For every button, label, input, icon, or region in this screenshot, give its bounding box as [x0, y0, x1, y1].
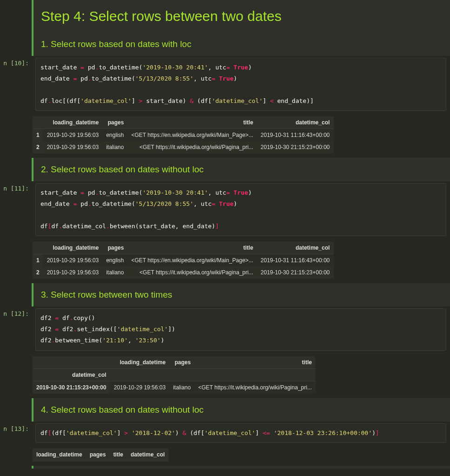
markdown-cell-step-heading: Step 4: Select rows between two dates [0, 0, 450, 33]
input-prompt-12: n [12]: [0, 306, 32, 352]
markdown-cell-next [0, 466, 450, 469]
prompt-blank [0, 33, 32, 56]
markdown-cell-s2: 2. Select rows based on dates without lo… [0, 158, 450, 181]
table-row: 1 2019-10-29 19:56:03 english <GET https… [33, 129, 334, 142]
dataframe-output-12: loading_datetime pages title datetime_co… [33, 356, 316, 394]
dataframe-output-11: loading_datetime pages title datetime_co… [33, 242, 334, 279]
code-cell-13: n [13]: df[(df['datetime_col'] > '2018-1… [0, 422, 450, 445]
section-title-3: 3. Select rows between two times [41, 290, 443, 300]
markdown-cell-s3: 3. Select rows between two times [0, 283, 450, 306]
code-cell-11: n [11]: start_date = pd.to_datetime('201… [0, 181, 450, 238]
input-prompt-13: n [13]: [0, 422, 32, 445]
code-input-10[interactable]: start_date = pd.to_datetime('2019-10-30 … [35, 58, 446, 111]
markdown-cell-s1: 1. Select rows based on dates with loc [0, 33, 450, 56]
code-cell-10: n [10]: start_date = pd.to_datetime('201… [0, 56, 450, 113]
input-prompt-11: n [11]: [0, 181, 32, 238]
prompt-blank [0, 466, 32, 469]
code-cell-12: n [12]: df2 = df.copy() df2 = df2.set_in… [0, 306, 450, 352]
code-input-12[interactable]: df2 = df.copy() df2 = df2.set_index(['da… [35, 308, 446, 350]
output-cell-11: loading_datetime pages title datetime_co… [0, 238, 450, 283]
prompt-blank [0, 158, 32, 181]
table-header-row: loading_datetime pages title datetime_co… [33, 242, 334, 254]
prompt-blank [0, 283, 32, 306]
markdown-content: 1. Select rows based on dates with loc [32, 33, 450, 56]
table-header-row: loading_datetime pages title datetime_co… [33, 116, 334, 129]
code-input-13[interactable]: df[(df['datetime_col'] > '2018-12-02') &… [35, 423, 446, 443]
output-prompt-12 [0, 353, 32, 398]
prompt-blank [0, 398, 32, 422]
markdown-content: 2. Select rows based on dates without lo… [32, 158, 450, 181]
table-row: 2 2019-10-29 19:56:03 italiano <GET http… [33, 266, 334, 279]
output-cell-12: loading_datetime pages title datetime_co… [0, 353, 450, 398]
prompt-blank [0, 0, 32, 33]
section-title-2: 2. Select rows based on dates without lo… [41, 164, 443, 175]
table-header-row: datetime_col [33, 368, 316, 381]
code-input-11[interactable]: start_date = pd.to_datetime('2019-10-30 … [35, 183, 446, 236]
table-header-row: loading_datetime pages title [33, 356, 316, 369]
table-row: 2019-10-30 21:15:23+00:00 2019-10-29 19:… [33, 381, 316, 394]
output-cell-13: loading_datetime pages title datetime_co… [0, 445, 450, 466]
section-title-1: 1. Select rows based on dates with loc [41, 39, 443, 49]
markdown-content: 3. Select rows between two times [32, 283, 450, 306]
output-prompt-10 [0, 113, 32, 158]
section-title-4: 4. Select rows based on dates without lo… [41, 405, 443, 415]
output-prompt-13 [0, 445, 32, 466]
output-cell-10: loading_datetime pages title datetime_co… [0, 113, 450, 158]
markdown-content [32, 466, 450, 469]
output-prompt-11 [0, 238, 32, 283]
markdown-content: 4. Select rows based on dates without lo… [32, 398, 450, 422]
dataframe-output-10: loading_datetime pages title datetime_co… [33, 116, 334, 153]
table-header-row: loading_datetime pages title datetime_co… [33, 449, 168, 461]
table-row: 2 2019-10-29 19:56:03 italiano <GET http… [33, 141, 334, 153]
markdown-cell-s4: 4. Select rows based on dates without lo… [0, 398, 450, 422]
input-prompt-10: n [10]: [0, 56, 32, 113]
markdown-content: Step 4: Select rows between two dates [32, 0, 450, 33]
page-title: Step 4: Select rows between two dates [41, 8, 443, 24]
table-row: 1 2019-10-29 19:56:03 english <GET https… [33, 254, 334, 267]
dataframe-output-13: loading_datetime pages title datetime_co… [33, 449, 168, 461]
